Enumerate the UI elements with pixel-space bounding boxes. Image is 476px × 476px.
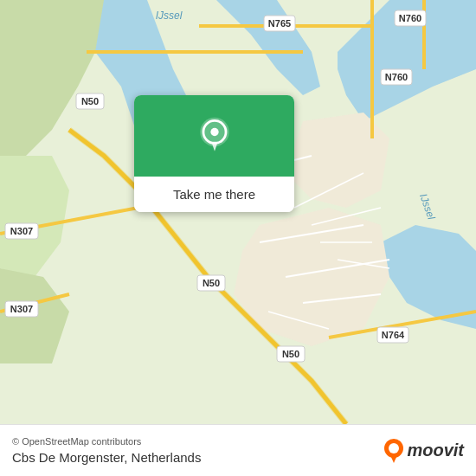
bottom-left: © OpenStreetMap contributors Cbs De Morg… [12,436,201,465]
svg-point-48 [210,128,218,136]
svg-marker-49 [211,142,217,151]
svg-text:IJssel: IJssel [156,10,183,22]
svg-marker-52 [390,455,397,463]
moovit-text: moovit [407,441,464,460]
svg-text:N50: N50 [282,349,299,359]
svg-text:N50: N50 [203,278,220,288]
attribution-text: © OpenStreetMap contributors [12,436,201,447]
svg-text:N50: N50 [81,96,99,106]
svg-text:N307: N307 [10,304,33,314]
moovit-logo: moovit [384,439,464,463]
svg-text:N307: N307 [10,226,33,236]
map: N765 N760 N760 N50 N50 N50 N307 N307 N76… [0,0,476,424]
bottom-bar: © OpenStreetMap contributors Cbs De Morg… [0,424,476,476]
take-me-there-button[interactable]: Take me there [134,177,294,212]
svg-text:N765: N765 [268,18,291,29]
location-name: Cbs De Morgenster, Netherlands [12,450,201,465]
svg-text:N760: N760 [385,72,408,82]
popup-card: Take me there [134,95,294,212]
svg-text:N764: N764 [382,330,405,340]
moovit-pin-icon [384,439,403,463]
svg-point-51 [389,443,399,453]
location-pin-icon [194,114,235,161]
svg-text:N760: N760 [399,13,421,23]
popup-green-area [134,95,294,177]
